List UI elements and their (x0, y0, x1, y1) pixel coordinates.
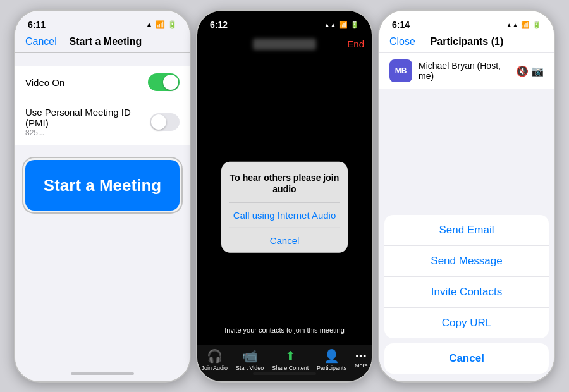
audio-dialog: To hear others please join audio Call us… (221, 162, 348, 253)
screen1-options: Video On Use Personal Meeting ID (PMI) 8… (15, 66, 190, 145)
pmi-value: 825... (25, 128, 150, 137)
participants-title: Participants (1) (431, 36, 504, 47)
video-on-label: Video On (25, 77, 64, 88)
screen1-body: Cancel Start a Meeting Video On Use Pers… (15, 34, 190, 381)
phone-screen-3: 6:14 ▲▲ 📶 🔋 Close Participants (1) MB Mi… (378, 9, 555, 383)
share-content-label: Share Content (272, 365, 309, 371)
mute-icon: 🔇 (516, 65, 529, 77)
pmi-label: Use Personal Meeting ID (PMI) (25, 107, 150, 128)
wifi-icon-2: 📶 (339, 21, 348, 29)
status-bar-3: 6:14 ▲▲ 📶 🔋 (379, 11, 554, 34)
participant-avatar: MB (389, 59, 412, 82)
dialog-title: To hear others please join audio (229, 172, 340, 195)
battery-icon: 🔋 (168, 20, 177, 29)
battery-icon-2: 🔋 (350, 21, 359, 29)
invite-contacts-button[interactable]: Invite Contacts (384, 277, 549, 308)
screen3-nav: Close Participants (1) (379, 34, 554, 53)
pmi-toggle[interactable] (150, 113, 180, 131)
video-toggle[interactable] (148, 73, 180, 91)
phone-screen-1: 6:11 ▲ 📶 🔋 Cancel Start a Meeting Video … (14, 9, 191, 383)
join-audio-label: Join Audio (201, 365, 228, 371)
participants-section: MB Michael Bryan (Host, me) 🔇 📷 (379, 53, 554, 89)
screens-container: 6:11 ▲ 📶 🔋 Cancel Start a Meeting Video … (8, 0, 561, 392)
status-bar-1: 6:11 ▲ 📶 🔋 (15, 11, 190, 34)
divider-1 (15, 52, 190, 53)
video-on-row: Video On (25, 66, 180, 99)
screen3-body: Close Participants (1) MB Michael Bryan … (379, 34, 554, 381)
video-off-icon: 📷 (531, 65, 544, 77)
phone-screen-2: 6:12 ▲▲ 📶 🔋 End To hear others please jo… (196, 9, 373, 383)
home-indicator-1 (15, 369, 190, 381)
participant-row: MB Michael Bryan (Host, me) 🔇 📷 (379, 53, 554, 89)
time-1: 6:11 (28, 20, 46, 30)
action-sheet-group: Send Email Send Message Invite Contacts … (384, 215, 549, 338)
toolbar-more[interactable]: ••• More (355, 351, 368, 369)
action-cancel-label: Cancel (449, 352, 484, 364)
participants-label: Participants (317, 365, 346, 371)
screen2-top-bar: End (197, 34, 372, 54)
status-icons-3: ▲▲ 📶 🔋 (506, 21, 541, 29)
participants-icon: 👤 (324, 348, 340, 364)
start-meeting-button[interactable]: Start a Meeting (25, 160, 180, 211)
participant-name: Michael Bryan (Host, me) (419, 61, 510, 81)
time-3: 6:14 (392, 20, 410, 30)
pmi-toggle-knob (151, 114, 166, 130)
more-icon: ••• (355, 351, 367, 361)
screen2-body: End To hear others please join audio Cal… (197, 34, 372, 381)
share-content-icon: ⬆ (285, 348, 296, 364)
screen1-nav: Cancel Start a Meeting (15, 34, 190, 52)
send-message-label: Send Message (431, 255, 502, 267)
send-email-button[interactable]: Send Email (384, 215, 549, 246)
cancel-button[interactable]: Cancel (25, 36, 57, 47)
toggle-knob (163, 75, 178, 90)
wifi-icon: 📶 (156, 20, 165, 29)
copy-url-button[interactable]: Copy URL (384, 308, 549, 338)
start-meeting-label: Start a Meeting (44, 176, 161, 195)
participant-status-icons: 🔇 📷 (516, 65, 544, 77)
battery-icon-3: 🔋 (532, 21, 541, 29)
toolbar-participants[interactable]: 👤 Participants (317, 348, 346, 371)
invite-contacts-label: Invite Contacts (431, 286, 502, 298)
pmi-row: Use Personal Meeting ID (PMI) 825... (25, 99, 180, 145)
invite-text: Invite your contacts to join this meetin… (197, 326, 372, 334)
start-video-icon: 📹 (242, 348, 258, 364)
avatar-initials: MB (395, 66, 407, 75)
wifi-icon-3: 📶 (521, 21, 530, 29)
time-2: 6:12 (210, 20, 228, 30)
send-message-button[interactable]: Send Message (384, 246, 549, 277)
signal-icon: ▲ (145, 20, 153, 29)
toolbar-join-audio[interactable]: 🎧 Join Audio (201, 348, 228, 371)
join-audio-icon: 🎧 (207, 348, 223, 364)
toolbar-start-video[interactable]: 📹 Start Video (236, 348, 264, 371)
status-icons-2: ▲▲ 📶 🔋 (324, 21, 359, 29)
dialog-cancel-button[interactable]: Cancel (229, 228, 340, 253)
toolbar-share-content[interactable]: ⬆ Share Content (272, 348, 309, 371)
home-bar-1 (71, 372, 134, 375)
screen2-toolbar: 🎧 Join Audio 📹 Start Video ⬆ Share Conte… (197, 345, 372, 381)
pmi-labels: Use Personal Meeting ID (PMI) 825... (25, 107, 150, 137)
signal-icon-2: ▲▲ (324, 21, 336, 28)
start-video-label: Start Video (236, 365, 264, 371)
call-internet-audio-button[interactable]: Call using Internet Audio (229, 203, 340, 228)
action-sheet: Send Email Send Message Invite Contacts … (379, 215, 554, 381)
screen1-title: Start a Meeting (70, 36, 142, 47)
more-label: More (355, 362, 368, 369)
send-email-label: Send Email (439, 224, 494, 236)
close-button[interactable]: Close (389, 36, 415, 47)
status-icons-1: ▲ 📶 🔋 (145, 20, 177, 29)
status-bar-2: 6:12 ▲▲ 📶 🔋 (197, 11, 372, 34)
action-cancel-button[interactable]: Cancel (384, 343, 549, 374)
end-button[interactable]: End (347, 39, 364, 49)
copy-url-label: Copy URL (442, 317, 491, 329)
signal-icon-3: ▲▲ (506, 21, 518, 28)
